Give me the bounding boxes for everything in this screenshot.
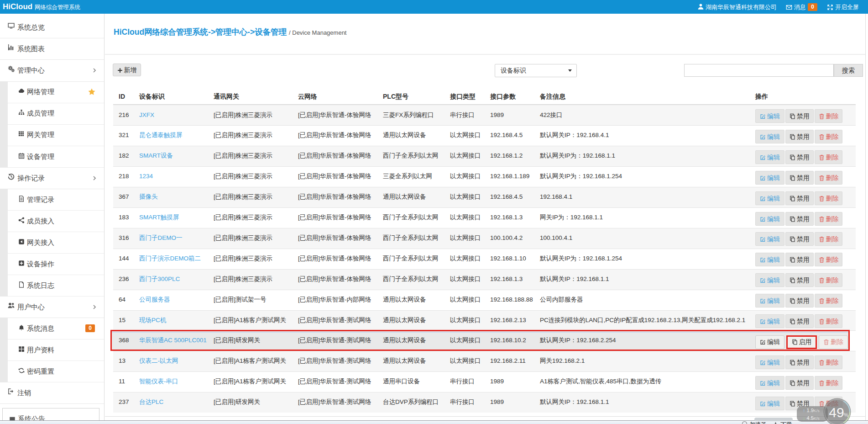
svg-text:49: 49 xyxy=(829,405,844,420)
svg-text:%: % xyxy=(844,412,848,418)
